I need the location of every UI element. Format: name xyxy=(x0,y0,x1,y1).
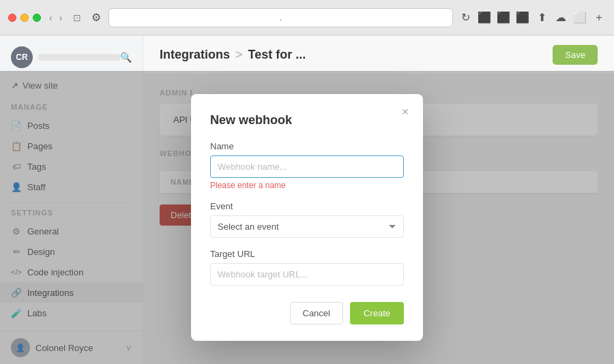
cancel-button[interactable]: Cancel xyxy=(290,302,343,324)
name-input[interactable] xyxy=(210,155,404,178)
modal-close-button[interactable]: × xyxy=(397,104,413,120)
browser-chrome: ‹ › ⊡ ⚙ . ↻ ⬛ ⬛ ⬛ ⬆ ☁ ⬜ + xyxy=(0,0,614,35)
name-label: Name xyxy=(210,141,404,151)
modal-overlay: × New webhook Name Please enter a name E… xyxy=(0,71,614,364)
breadcrumb-current: Test for ... xyxy=(248,48,306,62)
site-name xyxy=(38,54,120,61)
window-layout-button[interactable]: ⊡ xyxy=(70,11,84,25)
settings-icon[interactable]: ⚙ xyxy=(89,11,103,25)
search-icon[interactable]: 🔍 xyxy=(120,52,132,63)
firefox-icon[interactable]: ⬛ xyxy=(516,11,529,25)
minimize-window-button[interactable] xyxy=(20,14,29,22)
sidebar-header: CR 🔍 xyxy=(0,35,143,76)
breadcrumb: Integrations > Test for ... xyxy=(160,48,306,62)
cloud-icon[interactable]: ☁ xyxy=(554,11,568,25)
upload-icon[interactable]: ⬆ xyxy=(535,11,549,25)
bookmark-icon[interactable]: ⬛ xyxy=(478,11,491,25)
create-button[interactable]: Create xyxy=(350,302,404,324)
event-field: Event Select an event site.changed post.… xyxy=(210,201,404,238)
traffic-lights xyxy=(8,14,41,22)
name-field: Name Please enter a name xyxy=(210,141,404,190)
save-button[interactable]: Save xyxy=(553,45,598,65)
share-icon[interactable]: ⬜ xyxy=(573,11,587,25)
new-webhook-modal: × New webhook Name Please enter a name E… xyxy=(191,94,423,341)
event-label: Event xyxy=(210,201,404,211)
nav-buttons: ‹ › xyxy=(46,11,65,25)
breadcrumb-root: Integrations xyxy=(160,48,230,62)
breadcrumb-separator: > xyxy=(235,48,243,62)
url-text: . xyxy=(280,13,282,22)
event-select[interactable]: Select an event site.changed post.added … xyxy=(210,215,404,238)
app-container: CR 🔍 ↗ View site MANAGE 📄 Posts 📋 Pages … xyxy=(0,35,614,364)
close-window-button[interactable] xyxy=(8,14,16,22)
main-header: Integrations > Test for ... Save xyxy=(143,35,614,75)
name-error: Please enter a name xyxy=(210,181,404,190)
forward-button[interactable]: › xyxy=(57,11,65,25)
target-url-input[interactable] xyxy=(210,263,404,286)
address-bar[interactable]: . xyxy=(108,8,453,27)
target-url-label: Target URL xyxy=(210,249,404,259)
avatar: CR xyxy=(11,46,33,68)
reload-icon[interactable]: ↻ xyxy=(458,11,472,25)
maximize-window-button[interactable] xyxy=(33,14,41,22)
back-button[interactable]: ‹ xyxy=(46,11,55,25)
target-url-field: Target URL xyxy=(210,249,404,286)
new-tab-icon[interactable]: + xyxy=(592,11,606,25)
pocket-icon[interactable]: ⬛ xyxy=(497,11,510,25)
modal-actions: Cancel Create xyxy=(210,302,404,324)
modal-title: New webhook xyxy=(210,113,404,127)
